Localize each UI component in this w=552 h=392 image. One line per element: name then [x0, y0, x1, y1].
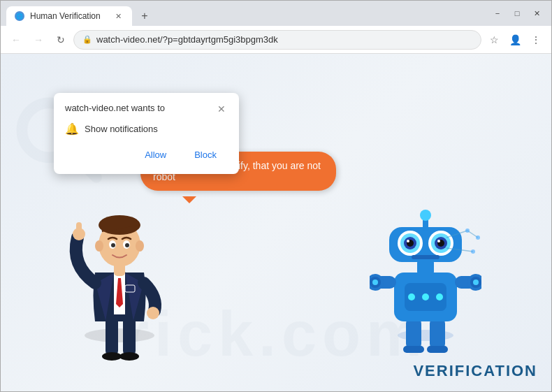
popup-header: watch-video.net wants to ✕	[65, 103, 228, 115]
svg-point-36	[372, 280, 378, 285]
svg-point-5	[102, 352, 122, 361]
tab-area: 🌐 Human Verification ✕ +	[6, 1, 486, 26]
active-tab[interactable]: 🌐 Human Verification ✕	[6, 6, 132, 26]
browser-window: 🌐 Human Verification ✕ + − □ ✕ ← → ↻ 🔒 w…	[0, 0, 552, 392]
robot-character	[370, 196, 481, 363]
svg-point-58	[476, 235, 480, 240]
minimize-button[interactable]: −	[488, 4, 507, 22]
svg-point-52	[437, 240, 440, 242]
title-bar: 🌐 Human Verification ✕ + − □ ✕	[1, 1, 551, 26]
svg-point-10	[147, 307, 159, 319]
svg-point-2	[85, 328, 154, 342]
back-button[interactable]: ←	[6, 30, 26, 50]
notification-row: 🔔 Show notifications	[65, 122, 228, 136]
tab-close-button[interactable]: ✕	[112, 10, 124, 22]
tab-favicon: 🌐	[15, 11, 24, 21]
address-bar[interactable]: 🔒 watch-video.net/?p=gbtdayrtgm5gi3bpgm3…	[73, 30, 481, 50]
svg-point-30	[436, 293, 443, 300]
svg-rect-20	[125, 285, 135, 292]
svg-point-28	[408, 293, 415, 300]
block-button[interactable]: Block	[183, 145, 228, 164]
address-text: watch-video.net/?p=gbtdayrtgm5gi3bpgm3dk	[96, 34, 278, 45]
svg-point-59	[471, 249, 475, 254]
bell-icon: 🔔	[65, 122, 79, 136]
svg-rect-24	[403, 346, 424, 353]
maximize-button[interactable]: □	[508, 4, 526, 22]
popup-buttons: Allow Block	[65, 145, 228, 164]
verification-label: VERIFICATION	[413, 362, 537, 380]
svg-rect-23	[430, 318, 445, 349]
refresh-button[interactable]: ↻	[51, 30, 71, 50]
svg-point-18	[95, 240, 103, 252]
svg-point-6	[119, 352, 139, 361]
svg-point-38	[473, 280, 479, 285]
svg-rect-22	[406, 318, 421, 349]
browser-content: rick.com	[1, 54, 551, 391]
svg-point-29	[422, 293, 429, 300]
popup-title: watch-video.net wants to	[65, 103, 165, 113]
svg-point-16	[111, 243, 115, 247]
svg-point-47	[407, 240, 409, 242]
tab-title: Human Verification	[30, 11, 101, 21]
account-button[interactable]: 👤	[505, 30, 525, 50]
show-notifications-label: Show notifications	[85, 124, 158, 134]
page-content: rick.com	[1, 54, 551, 391]
svg-point-57	[465, 228, 470, 233]
svg-point-17	[125, 243, 129, 247]
svg-point-19	[136, 240, 144, 252]
svg-rect-9	[76, 222, 82, 236]
allow-button[interactable]: Allow	[133, 145, 177, 164]
lock-icon: 🔒	[82, 35, 92, 44]
nav-right-controls: ☆ 👤 ⋮	[484, 30, 546, 50]
menu-button[interactable]: ⋮	[526, 30, 546, 50]
navigation-bar: ← → ↻ 🔒 watch-video.net/?p=gbtdayrtgm5gi…	[1, 26, 551, 54]
notification-popup: watch-video.net wants to ✕ 🔔 Show notifi…	[54, 93, 239, 174]
bookmark-button[interactable]: ☆	[484, 30, 504, 50]
man-character	[57, 182, 182, 377]
close-button[interactable]: ✕	[528, 4, 546, 22]
popup-close-button[interactable]: ✕	[215, 103, 228, 115]
svg-rect-53	[412, 255, 440, 259]
window-controls: − □ ✕	[488, 4, 546, 22]
svg-rect-25	[427, 346, 448, 353]
new-tab-button[interactable]: +	[135, 6, 154, 26]
svg-point-42	[420, 210, 431, 221]
forward-button[interactable]: →	[29, 30, 48, 50]
